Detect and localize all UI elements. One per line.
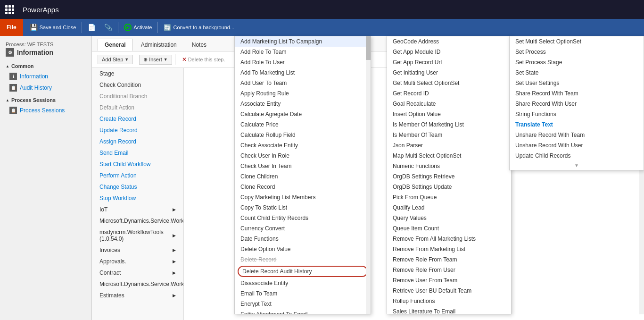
dd2-item-query-values[interactable]: Query Values xyxy=(387,213,511,223)
file-button[interactable]: File xyxy=(0,19,23,36)
menu-item-default-action[interactable]: Default Action xyxy=(92,102,183,113)
dd3-item-set-process-stage[interactable]: Set Process Stage xyxy=(510,57,644,67)
menu-item-msdyncrm[interactable]: msdyncrm.WorkflowTools (1.0.54.0) ▶ xyxy=(92,227,183,244)
menu-item-contract[interactable]: Contract ▶ xyxy=(92,267,183,278)
dd2-item-remove-all-marketing[interactable]: Remove From All Marketing Lists xyxy=(387,234,511,244)
menu-item-create-record[interactable]: Create Record xyxy=(92,113,183,125)
sidebar-item-information[interactable]: ℹ Information xyxy=(0,71,91,82)
dd3-item-set-state[interactable]: Set State xyxy=(510,67,644,78)
dd2-item-is-member-team[interactable]: Is Member Of Team xyxy=(387,130,511,140)
dd1-item-calc-rollup[interactable]: Calculate Rollup Field xyxy=(235,130,371,140)
dd1-item-copy-static[interactable]: Copy To Static List xyxy=(235,202,371,213)
dd1-item-apply-routing[interactable]: Apply Routing Rule xyxy=(235,88,371,99)
dd2-item-map-multi[interactable]: Map Multi Select OptionSet xyxy=(387,151,511,161)
waffle-button[interactable] xyxy=(0,0,19,19)
dd1-item-check-user-role[interactable]: Check User In Role xyxy=(235,151,371,161)
dd3-item-set-multi[interactable]: Set Multi Select OptionSet xyxy=(510,36,644,47)
dd1-item-add-to-marketing[interactable]: Add To Marketing List xyxy=(235,67,371,78)
tab-administration[interactable]: Administration xyxy=(134,39,184,51)
copy-button[interactable]: 📄 xyxy=(85,23,99,32)
dd2-item-rollup[interactable]: Rollup Functions xyxy=(387,296,511,306)
dd2-item-json-parser[interactable]: Json Parser xyxy=(387,140,511,151)
dd1-item-delete-audit[interactable]: Delete Record Audit History xyxy=(238,266,368,277)
dd2-item-geocode[interactable]: GeoCode Address xyxy=(387,36,511,47)
dd3-item-set-process[interactable]: Set Process xyxy=(510,47,644,57)
tab-general[interactable]: General xyxy=(98,39,133,51)
dd2-item-get-app-record[interactable]: Get App Record Url xyxy=(387,57,511,67)
dd2-item-goal-recalc[interactable]: Goal Recalculate xyxy=(387,99,511,109)
dropdown-col2[interactable]: GeoCode Address Get App Module ID Get Ap… xyxy=(387,36,512,314)
dd3-item-unshare-user[interactable]: Unshare Record With User xyxy=(510,140,644,151)
dd1-item-delete-record[interactable]: Delete Record xyxy=(235,254,371,265)
dd2-item-remove-role-user[interactable]: Remove Role From User xyxy=(387,265,511,275)
menu-item-invoices[interactable]: Invoices ▶ xyxy=(92,244,183,256)
menu-item-send-email[interactable]: Send Email xyxy=(92,147,183,159)
dd1-item-associate-entity[interactable]: Associate Entity xyxy=(235,99,371,109)
sidebar-item-audit-history[interactable]: 📋 Audit History xyxy=(0,82,91,93)
dd3-item-set-user-settings[interactable]: Set User Settings xyxy=(510,78,644,88)
dd2-item-retrieve-user-bu[interactable]: Retrieve User BU Default Team xyxy=(387,286,511,296)
menu-item-iot[interactable]: IoT ▶ xyxy=(92,204,183,215)
dd1-item-clone-record[interactable]: Clone Record xyxy=(235,182,371,192)
menu-item-stop-workflow[interactable]: Stop Workflow xyxy=(92,193,183,204)
dropdown-col1[interactable]: Add Marketing List To Campaign Add Role … xyxy=(234,36,371,314)
menu-item-stage[interactable]: Stage xyxy=(92,68,183,79)
dd3-item-string-functions[interactable]: String Functions xyxy=(510,109,644,119)
dd1-item-entity-attachment[interactable]: Entity Attachment To Email xyxy=(235,309,371,314)
convert-button[interactable]: 🔄 Convert to a background... xyxy=(161,23,237,32)
dd1-item-add-role-team[interactable]: Add Role To Team xyxy=(235,47,371,57)
menu-item-assign-record[interactable]: Assign Record xyxy=(92,136,183,147)
dd1-item-calc-agg-date[interactable]: Calculate Agregate Date xyxy=(235,109,371,119)
delete-step-button[interactable]: ✕ Delete this step. xyxy=(178,55,229,64)
dd1-item-delete-option[interactable]: Delete Option Value xyxy=(235,244,371,254)
menu-item-ms-dynamics-contr[interactable]: Microsoft.Dynamics.Service.Workflows.Con… xyxy=(92,278,183,290)
dd2-item-remove-role-team[interactable]: Remove Role From Team xyxy=(387,254,511,265)
dd3-item-update-child[interactable]: Update Child Records xyxy=(510,151,644,161)
save-close-button[interactable]: 💾 Save and Close xyxy=(27,23,79,32)
dd2-item-qualify-lead[interactable]: Qualify Lead xyxy=(387,202,511,213)
dd2-item-get-record-id[interactable]: Get Record ID xyxy=(387,88,511,99)
dd2-item-sales-lit[interactable]: Sales Literature To Email xyxy=(387,306,511,314)
activate-button[interactable]: ▶ Activate xyxy=(121,23,155,32)
dd1-item-encrypt[interactable]: Encrypt Text xyxy=(235,299,371,309)
dd2-item-get-app-module[interactable]: Get App Module ID xyxy=(387,47,511,57)
menu-item-ms-dynamics[interactable]: Microsoft.Dynamics.Service.Workflows.Ent… xyxy=(92,215,183,227)
menu-item-conditional-branch[interactable]: Conditional Branch xyxy=(92,91,183,102)
menu-item-update-record[interactable]: Update Record xyxy=(92,125,183,136)
dd1-item-copy-marketing[interactable]: Copy Marketing List Members xyxy=(235,192,371,202)
dd1-item-check-assoc[interactable]: Check Associate Entity xyxy=(235,140,371,151)
dd1-item-date-functions[interactable]: Date Functions xyxy=(235,234,371,244)
attachment-button[interactable]: 📎 xyxy=(101,23,115,32)
menu-item-change-status[interactable]: Change Status xyxy=(92,181,183,193)
add-step-button[interactable]: Add Step ▼ xyxy=(98,55,133,64)
dd2-item-remove-user-team[interactable]: Remove User From Team xyxy=(387,275,511,286)
dd2-item-orgdb-update[interactable]: OrgDB Settings Update xyxy=(387,182,511,192)
dd2-item-numeric[interactable]: Numeric Functions xyxy=(387,161,511,171)
dd2-item-pick-queue[interactable]: Pick From Queue xyxy=(387,192,511,202)
dd3-item-share-record-team[interactable]: Share Record With Team xyxy=(510,88,644,99)
menu-item-start-child-workflow[interactable]: Start Child Workflow xyxy=(92,159,183,170)
insert-button[interactable]: ⊕ Insert ▼ xyxy=(139,55,172,65)
dd1-item-currency-convert[interactable]: Currency Convert xyxy=(235,223,371,234)
dd2-item-insert-option[interactable]: Insert Option Value xyxy=(387,109,511,119)
dd3-item-translate[interactable]: Translate Text xyxy=(510,119,644,130)
dd2-item-is-member-marketing[interactable]: Is Member Of Marketing List xyxy=(387,119,511,130)
menu-item-perform-action[interactable]: Perform Action xyxy=(92,170,183,181)
dd3-item-unshare-team[interactable]: Unshare Record With Team xyxy=(510,130,644,140)
dd1-item-add-user-team[interactable]: Add User To Team xyxy=(235,78,371,88)
dd2-item-queue-count[interactable]: Queue Item Count xyxy=(387,223,511,234)
tab-notes[interactable]: Notes xyxy=(185,39,214,51)
dd1-item-calc-price[interactable]: Calculate Price xyxy=(235,119,371,130)
dd1-item-add-role-user[interactable]: Add Role To User xyxy=(235,57,371,67)
dd1-item-check-user-team[interactable]: Check User In Team xyxy=(235,161,371,171)
sidebar-item-process-sessions[interactable]: 📋 Process Sessions xyxy=(0,105,91,116)
dd1-item-add-marketing[interactable]: Add Marketing List To Campaign xyxy=(235,36,371,47)
menu-item-approvals[interactable]: Approvals. ▶ xyxy=(92,256,183,267)
dropdown-col3[interactable]: Set Multi Select OptionSet Set Process S… xyxy=(509,36,644,170)
dd2-item-remove-marketing[interactable]: Remove From Marketing List xyxy=(387,244,511,254)
dd2-item-get-initiating[interactable]: Get Initiating User xyxy=(387,67,511,78)
dd1-item-clone-children[interactable]: Clone Children xyxy=(235,171,371,182)
dd1-item-email-to-team[interactable]: Email To Team xyxy=(235,288,371,299)
dd1-item-count-child[interactable]: Count Child Entity Records xyxy=(235,213,371,223)
menu-item-estimates[interactable]: Estimates ▶ xyxy=(92,290,183,301)
